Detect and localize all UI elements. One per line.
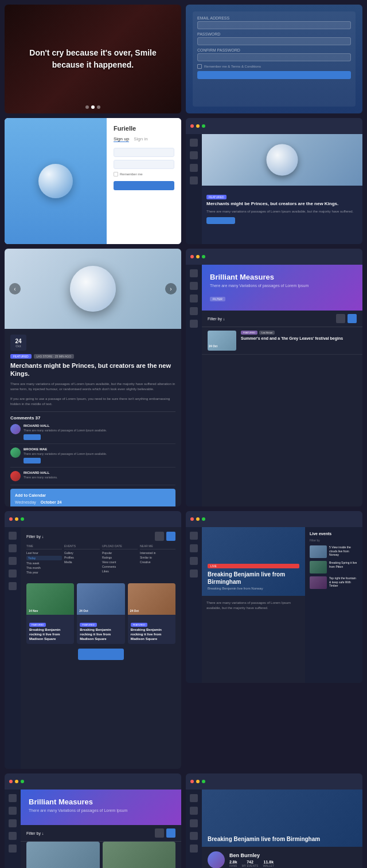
tab-signin[interactable]: Sign in [134,136,147,142]
filter-comments[interactable]: Comments [102,565,138,568]
chart-icon[interactable] [190,544,198,552]
grid-view-icon[interactable] [166,828,175,838]
carousel-dot[interactable] [85,105,89,109]
checkbox-box[interactable] [197,64,202,69]
password-field[interactable] [197,37,351,45]
filter-label[interactable]: Filter by ↓ [208,317,225,321]
calendar-icon[interactable] [190,294,198,303]
event-card: 19 Oct FEATURED Try a new direction when… [103,842,176,868]
list-view-icon[interactable] [336,314,345,323]
filter-this-week[interactable]: This week [26,561,62,565]
remember-checkbox[interactable]: Remember me & Terms & Conditions [197,64,351,69]
calendar-icon[interactable] [190,557,198,565]
maximize-icon[interactable] [21,517,24,521]
tab-signup[interactable]: Sign up [114,136,129,142]
list-view-icon[interactable] [155,532,164,541]
event-tags: FEATURED Las Venue [241,331,357,335]
minimize-icon[interactable] [196,517,200,521]
password-input[interactable] [114,160,174,169]
close-icon[interactable] [190,780,194,783]
calendar-icon[interactable] [9,557,17,565]
filter-badge[interactable]: FILTER [210,297,225,301]
filter-this-month[interactable]: This month [26,566,62,569]
home-icon[interactable] [190,269,198,277]
signup-button[interactable] [114,181,174,190]
next-arrow-icon[interactable]: › [165,283,177,294]
maximize-icon[interactable] [202,517,205,521]
minimize-icon[interactable] [15,780,18,783]
home-icon[interactable] [9,794,17,802]
minimize-icon[interactable] [196,255,200,258]
filter-likes[interactable]: Likes [102,569,138,573]
confirm-field[interactable] [197,53,351,61]
events-2col-grid: 24 Oct FEATURED Summer's end and a 'the … [21,842,181,868]
remember-me-checkbox[interactable]: Remember me [114,172,174,176]
maximize-window-icon[interactable] [202,124,205,128]
filter-label[interactable]: Filter by ↓ [26,535,44,539]
signup-button[interactable] [197,71,351,79]
event-card-title: Breaking Benjamin rocking it live from M… [131,628,173,641]
filter-profiles[interactable]: Profiles [64,556,100,559]
home-icon[interactable] [190,139,198,147]
filter-popular[interactable]: Popular [102,551,138,555]
home-icon[interactable] [190,794,198,802]
filter-media[interactable]: Media [64,560,100,564]
filter-this-year[interactable]: This year [26,571,62,574]
filter-view-count[interactable]: View count [102,560,138,564]
user-icon[interactable] [190,307,198,315]
chart-icon[interactable] [190,282,198,290]
fans-label: FANS [229,864,237,867]
calendar-icon[interactable] [9,819,17,827]
reply-button[interactable] [24,458,41,464]
calendar-icon[interactable] [190,819,198,827]
chart-icon[interactable] [190,807,198,815]
filter-gallery[interactable]: Gallery [64,551,100,555]
user-icon[interactable] [190,569,198,578]
checkbox[interactable] [114,172,118,176]
filter-label[interactable]: Filter by ↓ [26,831,44,835]
list-view-icon[interactable] [155,828,164,838]
maximize-icon[interactable] [21,780,24,783]
carousel-dot-active[interactable] [91,105,95,109]
home-icon[interactable] [9,532,17,540]
chart-icon[interactable] [9,544,17,552]
filter-interested-in[interactable]: Interested in [140,551,175,555]
email-input[interactable] [114,148,174,157]
reply-button[interactable] [24,434,41,440]
settings-icon[interactable] [190,320,198,328]
minimize-window-icon[interactable] [196,124,200,128]
grid-view-icon[interactable] [348,314,357,323]
chart-icon[interactable] [9,807,17,815]
close-window-icon[interactable] [190,124,194,128]
grid-icon[interactable] [190,164,198,172]
settings-icon[interactable] [9,845,17,853]
filter-creative[interactable]: Creative [140,560,175,564]
grid-view-icon[interactable] [166,532,175,541]
close-icon[interactable] [9,780,13,783]
user-icon[interactable] [9,832,17,840]
minimize-icon[interactable] [15,517,18,521]
user-icon[interactable] [190,176,198,184]
minimize-icon[interactable] [196,780,200,783]
settings-icon[interactable] [9,582,17,590]
user-icon[interactable] [190,832,198,840]
maximize-icon[interactable] [202,255,205,258]
close-icon[interactable] [190,517,194,521]
read-more-button[interactable] [206,217,235,224]
search-icon[interactable] [190,151,198,159]
close-icon[interactable] [190,255,194,258]
filter-ratings[interactable]: Ratings [102,556,138,559]
user-icon[interactable] [9,569,17,578]
prev-arrow-icon[interactable]: ‹ [9,283,21,294]
filter-last-hour[interactable]: Last hour [26,551,62,555]
close-icon[interactable] [9,517,13,521]
home-icon[interactable] [190,532,198,540]
filter-similar-to[interactable]: Similar to [140,556,175,559]
filter-today[interactable]: Today [26,556,62,560]
filter-label[interactable]: Filter by [310,539,358,542]
carousel-dot[interactable] [97,105,100,109]
maximize-icon[interactable] [202,780,205,783]
load-more-button[interactable] [78,649,124,660]
settings-icon[interactable] [190,845,198,853]
email-field[interactable] [197,21,351,29]
